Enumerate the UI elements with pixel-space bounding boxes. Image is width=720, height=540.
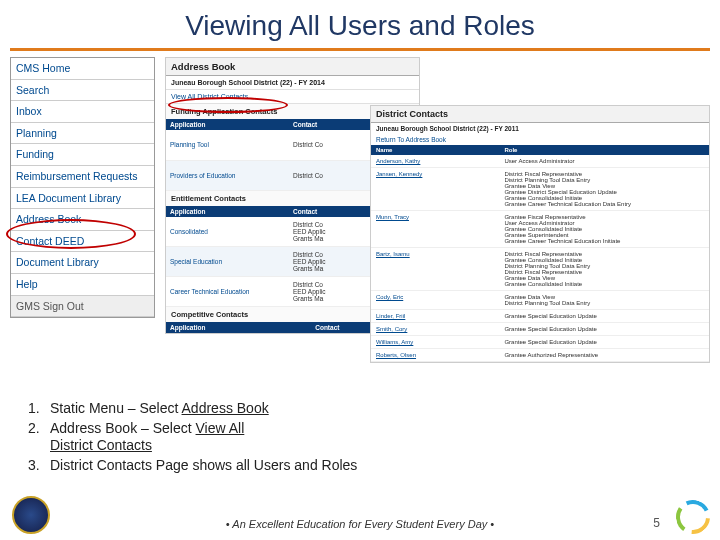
instr-underline: View All (196, 420, 245, 436)
ab-cell[interactable]: Providers of Education (166, 160, 289, 190)
instruction-2: 2. Address Book – Select View AllDistric… (28, 420, 428, 455)
slide: Viewing All Users and Roles CMS Home Sea… (0, 0, 720, 540)
dc-name[interactable]: Smith, Cory (371, 323, 499, 336)
instruction-list: 1. Static Menu – Select Address Book 2. … (28, 400, 428, 476)
dc-name[interactable]: Williams, Amy (371, 336, 499, 349)
instr-underline: District Contacts (50, 437, 152, 453)
instruction-3: 3. District Contacts Page shows all User… (28, 457, 428, 475)
dc-th-name: Name (371, 145, 499, 155)
instruction-1: 1. Static Menu – Select Address Book (28, 400, 428, 418)
instr-span: Static Menu – Select (50, 400, 182, 416)
nav-sign-out[interactable]: GMS Sign Out (11, 296, 154, 318)
page-title: Viewing All Users and Roles (0, 0, 720, 48)
nav-lea-doc-library[interactable]: LEA Document Library (11, 188, 154, 210)
nav-reimbursement[interactable]: Reimbursement Requests (11, 166, 154, 188)
nav-inbox[interactable]: Inbox (11, 101, 154, 123)
nav-funding[interactable]: Funding (11, 144, 154, 166)
dc-table: NameRole Anderson, KathyUser Access Admi… (371, 145, 709, 362)
dc-name[interactable]: Jansen, Kennedy (371, 168, 499, 211)
dc-role: District Fiscal Representative Grantee C… (499, 248, 709, 291)
ab-th-app: Application (166, 206, 289, 217)
dc-role: Grantee Special Education Update (499, 310, 709, 323)
ab-cell[interactable]: Career Technical Education (166, 277, 289, 307)
nav-address-book[interactable]: Address Book (11, 209, 154, 231)
dc-name[interactable]: Linder, Friil (371, 310, 499, 323)
dc-role: Grantee Special Education Update (499, 336, 709, 349)
nav-contact-deed[interactable]: Contact DEED (11, 231, 154, 253)
dc-name[interactable]: Anderson, Kathy (371, 155, 499, 168)
instr-span: Address Book – Select (50, 420, 196, 436)
ab-cell[interactable]: Planning Tool (166, 130, 289, 160)
instr-text: District Contacts Page shows all Users a… (50, 457, 357, 475)
nav-cms-home[interactable]: CMS Home (11, 58, 154, 80)
instr-num: 3. (28, 457, 50, 475)
district-contacts-panel: District Contacts Juneau Borough School … (370, 105, 710, 363)
instr-num: 1. (28, 400, 50, 418)
view-all-district-contacts-link[interactable]: View All District Contacts (166, 90, 419, 104)
ab-cell[interactable]: Special Education (166, 247, 289, 277)
instr-num: 2. (28, 420, 50, 455)
dc-name[interactable]: Roberts, Olsen (371, 349, 499, 362)
address-book-header: Address Book (166, 58, 419, 76)
dc-name[interactable]: Cody, Eric (371, 291, 499, 310)
ab-th-app: Application (166, 322, 311, 333)
page-number: 5 (653, 516, 660, 530)
instr-text: Address Book – Select View AllDistrict C… (50, 420, 244, 455)
dc-role: Grantee Authorized Representative (499, 349, 709, 362)
content-area: CMS Home Search Inbox Planning Funding R… (0, 55, 720, 445)
dc-role: User Access Administrator (499, 155, 709, 168)
dc-header: District Contacts (371, 106, 709, 123)
nav-planning[interactable]: Planning (11, 123, 154, 145)
dc-role: Grantee Data View District Planning Tool… (499, 291, 709, 310)
dc-th-role: Role (499, 145, 709, 155)
ab-th-app: Application (166, 119, 289, 130)
footer-tagline: • An Excellent Education for Every Stude… (0, 518, 720, 530)
dc-role: District Fiscal Representative District … (499, 168, 709, 211)
nav-help[interactable]: Help (11, 274, 154, 296)
dc-return-link[interactable]: Return To Address Book (371, 134, 709, 145)
ab-cell[interactable]: Consolidated (166, 217, 289, 247)
nav-search[interactable]: Search (11, 80, 154, 102)
dc-name[interactable]: Munn, Tracy (371, 211, 499, 248)
dc-role: Grantee Fiscal Representative User Acces… (499, 211, 709, 248)
sidebar-nav: CMS Home Search Inbox Planning Funding R… (10, 57, 155, 318)
dc-district: Juneau Borough School District (22) - FY… (371, 123, 709, 134)
dc-name[interactable]: Bartz, Isamu (371, 248, 499, 291)
instr-text: Static Menu – Select Address Book (50, 400, 269, 418)
address-book-district: Juneau Borough School District (22) - FY… (166, 76, 419, 90)
title-rule (10, 48, 710, 51)
dc-role: Grantee Special Education Update (499, 323, 709, 336)
tri-arc-logo-icon (676, 500, 710, 534)
nav-doc-library[interactable]: Document Library (11, 252, 154, 274)
instr-underline: Address Book (182, 400, 269, 416)
